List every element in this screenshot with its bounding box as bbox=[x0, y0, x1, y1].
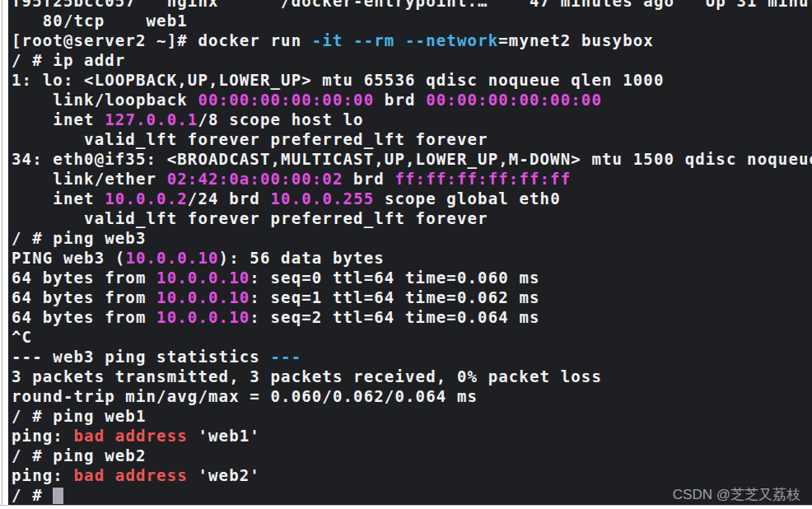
terminal-text-segment: -it bbox=[312, 31, 353, 49]
terminal-text-segment: 00:00:00:00:00:00 bbox=[426, 91, 602, 109]
terminal-text-segment: --rm bbox=[353, 31, 405, 49]
terminal-text-segment: --network bbox=[405, 31, 498, 49]
terminal-text-segment: /8 scope host lo bbox=[198, 110, 363, 128]
terminal-text-segment: --- bbox=[270, 348, 301, 366]
terminal-text-segment: 10.0.0.10 bbox=[156, 288, 250, 306]
terminal-text-segment: 'web1' bbox=[188, 427, 260, 445]
terminal-text-segment: 10.0.0.255 bbox=[271, 189, 375, 208]
terminal-line: inet 127.0.0.1/8 scope host lo bbox=[12, 110, 812, 129]
terminal-line: / # ping web1 bbox=[12, 406, 812, 426]
terminal-text-segment: 10.0.0.2 bbox=[105, 189, 188, 208]
terminal-line: 3 packets transmitted, 3 packets receive… bbox=[12, 367, 812, 386]
terminal-text-segment: --- web3 ping statistics bbox=[12, 348, 270, 366]
terminal-text-segment: 3 packets transmitted, 3 packets receive… bbox=[12, 367, 602, 385]
terminal-text-segment: bad address bbox=[73, 427, 187, 445]
terminal-line: valid_lft forever preferred_lft forever bbox=[12, 129, 812, 149]
terminal-text-segment: 127.0.0.1 bbox=[105, 110, 198, 128]
terminal-text-segment: / # ip addr bbox=[12, 51, 125, 69]
terminal-text-segment: f95f25bcc057 nginx "/docker-entrypoint.…… bbox=[12, 0, 812, 10]
terminal-line: link/ether 02:42:0a:00:00:02 brd ff:ff:f… bbox=[12, 169, 812, 189]
terminal-text-segment: bad address bbox=[73, 466, 187, 484]
bottom-page-strip bbox=[0, 505, 812, 509]
terminal-line: ^C bbox=[12, 327, 812, 347]
terminal-text-segment: 10.0.0.10 bbox=[156, 308, 250, 326]
terminal-text-segment: 1: lo: <LOOPBACK,UP,LOWER_UP> mtu 65536 … bbox=[12, 71, 664, 89]
terminal-text-segment: / # ping web2 bbox=[12, 446, 147, 465]
terminal-text-segment: 64 bytes from bbox=[12, 308, 156, 326]
terminal-text-segment: 10.0.0.10 bbox=[156, 269, 250, 287]
terminal-text-segment: 10.0.0.10 bbox=[125, 249, 218, 267]
terminal-line: round-trip min/avg/max = 0.060/0.062/0.0… bbox=[12, 386, 812, 406]
terminal-text-segment: 64 bytes from bbox=[12, 288, 156, 306]
terminal-text-segment: scope global eth0 bbox=[374, 189, 560, 208]
terminal-text-segment: 80/tcp web1 bbox=[12, 12, 188, 30]
terminal-text-segment: brd bbox=[343, 170, 395, 188]
terminal-text-segment: ping: bbox=[12, 466, 73, 484]
terminal-text-segment: ): 56 data bytes bbox=[219, 249, 385, 267]
page-gutter bbox=[0, 0, 8, 509]
terminal-output: f95f25bcc057 nginx "/docker-entrypoint.…… bbox=[8, 0, 812, 505]
terminal-text-segment: 00:00:00:00:00:00 bbox=[198, 91, 374, 109]
terminal-text-segment: brd bbox=[374, 91, 426, 109]
terminal-line: 64 bytes from 10.0.0.10: seq=2 ttl=64 ti… bbox=[12, 307, 812, 327]
terminal-text-segment: 64 bytes from bbox=[12, 269, 156, 287]
terminal-line: 34: eth0@if35: <BROADCAST,MULTICAST,UP,L… bbox=[12, 149, 812, 169]
terminal-text-segment: inet bbox=[12, 110, 105, 128]
terminal-line: 64 bytes from 10.0.0.10: seq=1 ttl=64 ti… bbox=[12, 287, 812, 307]
terminal-text-segment: 'web2' bbox=[188, 466, 260, 484]
terminal-text-segment: =mynet2 busybox bbox=[498, 31, 654, 49]
terminal-text-segment: : seq=0 ttl=64 time=0.060 ms bbox=[250, 269, 539, 287]
terminal-line: / # ping web3 bbox=[12, 228, 812, 248]
terminal-text-segment: ff:ff:ff:ff:ff:ff bbox=[394, 170, 571, 188]
terminal-text-segment: round-trip min/avg/max = 0.060/0.062/0.0… bbox=[12, 387, 478, 405]
terminal-text-segment: link/ether bbox=[12, 170, 167, 188]
terminal-line: link/loopback 00:00:00:00:00:00 brd 00:0… bbox=[12, 90, 812, 110]
terminal-text-segment: valid_lft forever preferred_lft forever bbox=[12, 130, 488, 148]
terminal-line: 64 bytes from 10.0.0.10: seq=0 ttl=64 ti… bbox=[12, 268, 812, 287]
terminal-text-segment: [root@server2 ~]# docker run bbox=[12, 31, 312, 49]
terminal-text-segment: 02:42:0a:00:00:02 bbox=[167, 170, 343, 188]
terminal-line: 1: lo: <LOOPBACK,UP,LOWER_UP> mtu 65536 … bbox=[12, 70, 812, 90]
terminal-line: valid_lft forever preferred_lft forever bbox=[12, 208, 812, 228]
csdn-watermark: CSDN @芝芝又荔枝 bbox=[673, 485, 800, 504]
terminal-text-segment: PING web3 ( bbox=[12, 249, 125, 267]
terminal-window[interactable]: f95f25bcc057 nginx "/docker-entrypoint.…… bbox=[8, 0, 812, 505]
terminal-line: / # ip addr bbox=[12, 50, 812, 70]
terminal-line: ping: bad address 'web1' bbox=[12, 426, 812, 446]
terminal-text-segment: / # ping web1 bbox=[12, 407, 147, 425]
terminal-text-segment: / # ping web3 bbox=[12, 229, 147, 247]
terminal-line: --- web3 ping statistics --- bbox=[12, 347, 812, 367]
gutter-divider-line bbox=[2, 0, 2, 509]
terminal-text-segment: valid_lft forever preferred_lft forever bbox=[12, 209, 488, 227]
terminal-line: f95f25bcc057 nginx "/docker-entrypoint.…… bbox=[12, 0, 812, 11]
terminal-text-segment: 34: eth0@if35: <BROADCAST,MULTICAST,UP,L… bbox=[12, 150, 812, 168]
terminal-text-segment: ^C bbox=[12, 328, 32, 346]
terminal-line: ping: bad address 'web2' bbox=[12, 465, 812, 485]
terminal-line: inet 10.0.0.2/24 brd 10.0.0.255 scope gl… bbox=[12, 189, 812, 208]
terminal-text-segment: link/loopback bbox=[12, 91, 198, 109]
terminal-text-segment: /24 brd bbox=[188, 189, 271, 208]
terminal-text-segment: inet bbox=[12, 189, 105, 208]
terminal-text-segment: : seq=1 ttl=64 time=0.062 ms bbox=[250, 288, 539, 306]
terminal-line: PING web3 (10.0.0.10): 56 data bytes bbox=[12, 248, 812, 268]
terminal-line: 80/tcp web1 bbox=[12, 11, 812, 30]
terminal-text-segment: : seq=2 ttl=64 time=0.064 ms bbox=[250, 308, 539, 326]
terminal-text-segment: ping: bbox=[12, 427, 73, 445]
terminal-text-segment: / # bbox=[12, 486, 53, 504]
terminal-cursor bbox=[53, 488, 63, 504]
terminal-line: [root@server2 ~]# docker run -it --rm --… bbox=[12, 30, 812, 50]
terminal-line: / # ping web2 bbox=[12, 446, 812, 465]
